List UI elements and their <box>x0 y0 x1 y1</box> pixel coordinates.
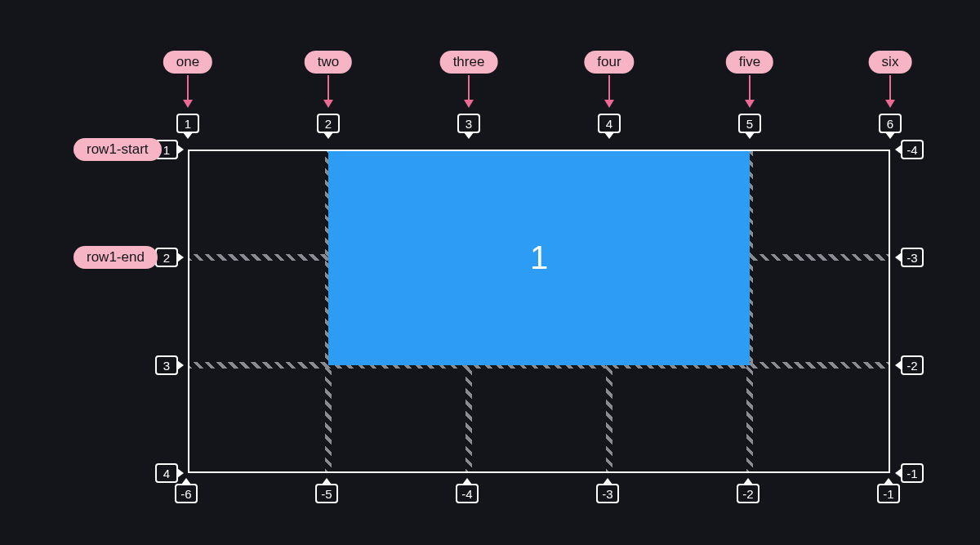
row-line-right-marker: -4 <box>895 140 924 159</box>
arrow-down-icon <box>183 75 193 108</box>
column-name-pill: three <box>440 51 498 74</box>
column-line-top-marker: 1 <box>176 114 199 139</box>
column-line-top-marker: 3 <box>457 114 480 139</box>
column-name-pill: five <box>726 51 773 74</box>
column-line-top-marker: 2 <box>317 114 340 139</box>
svg-marker-5 <box>464 100 474 108</box>
column-line-top-marker: 5 <box>738 114 761 139</box>
column-name-pill: one <box>163 51 212 74</box>
column-line-bottom-marker: -2 <box>737 478 760 503</box>
row-name-pill: row1-end <box>74 246 158 269</box>
row-line-right-marker: -1 <box>895 463 924 483</box>
column-line-top-marker: 4 <box>598 114 621 139</box>
column-name-pill: four <box>584 51 634 74</box>
column-name-pill: two <box>305 51 352 74</box>
svg-marker-9 <box>745 100 755 108</box>
row-line-right-marker: -2 <box>895 355 924 375</box>
svg-marker-3 <box>323 100 333 108</box>
row-line-right-marker: -3 <box>895 248 924 267</box>
arrow-down-icon <box>745 75 755 108</box>
arrow-down-icon <box>604 75 614 108</box>
row-line-left-marker: 3 <box>155 355 184 375</box>
arrow-right-icon <box>159 252 167 262</box>
column-name-pill: six <box>869 51 912 74</box>
svg-marker-1 <box>183 100 193 108</box>
svg-marker-11 <box>885 100 895 108</box>
arrow-right-icon <box>163 145 172 154</box>
grid-diagram: 1one1two2three3four4five5six6-6-5-4-3-2-… <box>0 0 980 545</box>
column-line-bottom-marker: -3 <box>596 478 619 503</box>
arrow-down-icon <box>464 75 474 108</box>
row-line-left-marker: 4 <box>155 463 184 483</box>
column-line-bottom-marker: -5 <box>315 478 338 503</box>
grid-outline <box>188 150 890 473</box>
arrow-down-icon <box>323 75 333 108</box>
column-line-bottom-marker: -4 <box>456 478 479 503</box>
column-line-top-marker: 6 <box>879 114 902 139</box>
svg-marker-7 <box>604 100 614 108</box>
arrow-down-icon <box>885 75 895 108</box>
row-name-pill: row1-start <box>74 138 162 161</box>
